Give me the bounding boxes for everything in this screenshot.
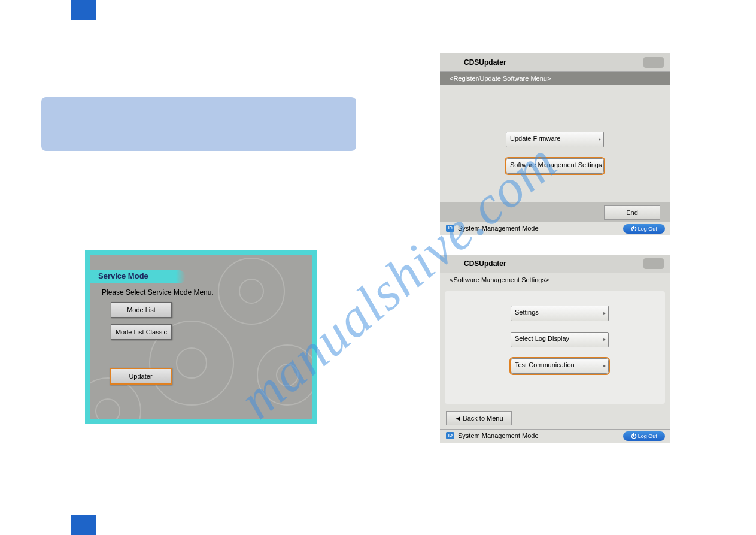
- service-mode-screenshot: Service Mode Please Select Service Mode …: [85, 250, 317, 424]
- end-button[interactable]: End: [604, 205, 660, 220]
- chevron-right-icon: ▸: [603, 360, 606, 372]
- cds-updater-panel-2: CDSUpdater <Software Management Settings…: [440, 255, 670, 430]
- test-communication-button[interactable]: Test Communication ▸: [511, 358, 609, 374]
- cds1-crumb: <Register/Update Software Menu>: [440, 72, 670, 85]
- logout-button[interactable]: ⏻ Log Out: [623, 431, 665, 441]
- cds1-header: CDSUpdater: [440, 53, 670, 72]
- updater-button[interactable]: Updater: [110, 368, 172, 385]
- gear-icon: [643, 258, 664, 269]
- back-to-menu-button[interactable]: ◄ Back to Menu: [446, 411, 512, 425]
- mode-list-button[interactable]: Mode List: [111, 302, 172, 318]
- svg-point-1: [239, 279, 263, 303]
- chevron-right-icon: ▸: [599, 160, 601, 172]
- cds-updater-panel-1: CDSUpdater <Register/Update Software Men…: [440, 53, 670, 228]
- chevron-right-icon: ▸: [603, 334, 606, 346]
- cds2-backbar: ◄ Back to Menu: [440, 409, 670, 429]
- chevron-right-icon: ▸: [603, 307, 606, 319]
- cds2-foot-label: System Management Mode: [458, 432, 539, 439]
- service-mode-inner: Service Mode Please Select Service Mode …: [90, 255, 312, 419]
- service-mode-title: Service Mode: [98, 271, 148, 280]
- id-badge-icon: ID: [446, 432, 454, 439]
- cds1-body: Update Firmware ▸ Software Management Se…: [440, 85, 670, 202]
- id-badge-icon: ID: [446, 225, 454, 232]
- header-block: [71, 0, 96, 20]
- update-firmware-button[interactable]: Update Firmware ▸: [506, 132, 604, 147]
- cds2-body: Settings ▸ Select Log Display ▸ Test Com…: [445, 291, 665, 404]
- svg-point-0: [218, 258, 284, 324]
- cds1-title: CDSUpdater: [464, 58, 506, 67]
- footer-block: [71, 515, 96, 535]
- test-communication-label: Test Communication: [515, 361, 575, 368]
- cds1-footer: ID System Management Mode ⏻ Log Out: [440, 222, 670, 235]
- svg-point-5: [277, 364, 298, 386]
- cds2-crumb: <Software Management Settings>: [440, 273, 670, 286]
- mode-list-classic-button[interactable]: Mode List Classic: [111, 324, 172, 340]
- cds2-title: CDSUpdater: [464, 259, 506, 268]
- svg-point-3: [177, 348, 207, 378]
- svg-point-4: [257, 345, 312, 405]
- update-firmware-label: Update Firmware: [510, 135, 560, 142]
- chevron-right-icon: ▸: [599, 134, 601, 146]
- select-log-button[interactable]: Select Log Display ▸: [511, 332, 609, 347]
- gear-icon: [643, 57, 664, 68]
- cds1-foot-label: System Management Mode: [458, 225, 539, 232]
- note-box: [41, 97, 356, 151]
- cds2-header: CDSUpdater: [440, 255, 670, 273]
- select-log-label: Select Log Display: [515, 335, 569, 342]
- settings-button[interactable]: Settings ▸: [511, 306, 609, 321]
- service-mode-subtitle: Please Select Service Mode Menu.: [102, 288, 214, 297]
- cds1-endbar: End: [440, 202, 670, 222]
- cds2-footer: ID System Management Mode ⏻ Log Out: [440, 429, 670, 443]
- software-management-button[interactable]: Software Management Settings ▸: [506, 158, 604, 174]
- settings-label: Settings: [515, 309, 539, 316]
- logout-button[interactable]: ⏻ Log Out: [623, 224, 665, 234]
- software-management-label: Software Management Settings: [510, 161, 602, 168]
- svg-point-7: [96, 399, 120, 419]
